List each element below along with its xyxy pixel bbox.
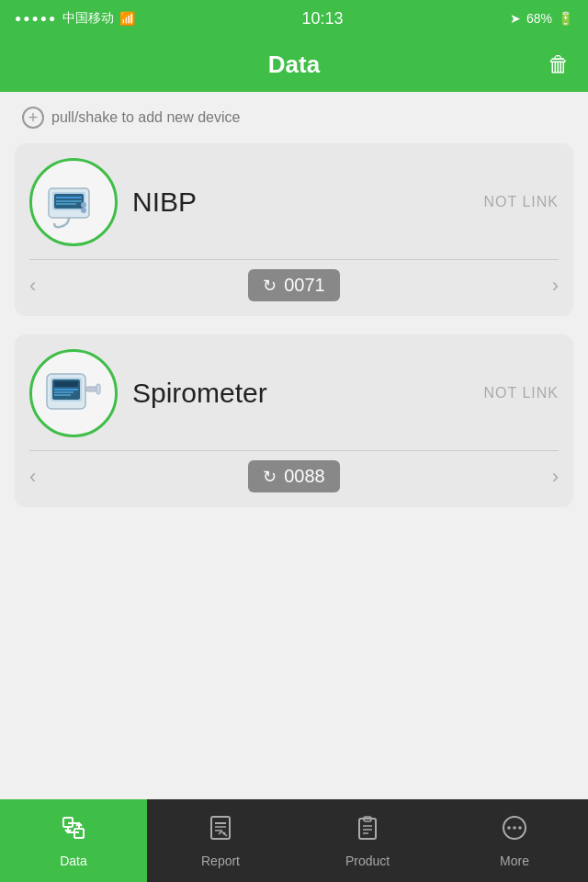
spirometer-device-svg	[41, 361, 106, 425]
device-id-nibp: 0071	[284, 275, 325, 296]
next-arrow-spirometer[interactable]: ›	[552, 465, 559, 489]
device-status-spirometer: NOT LINK	[484, 385, 560, 401]
status-bar: ●●●●● 中国移动 📶 10:13 ➤ 68% 🔋	[0, 0, 588, 37]
device-bottom-nibp: ‹ ↻ 0071 ›	[29, 260, 559, 301]
add-device-label: pull/shake to add new device	[51, 109, 240, 126]
nav-item-more[interactable]: More	[441, 799, 588, 882]
device-id-badge-nibp: ↻ 0071	[248, 269, 340, 301]
battery-label: 68%	[526, 11, 552, 26]
status-right: ➤ 68% 🔋	[510, 11, 573, 26]
nav-item-data[interactable]: Data	[0, 799, 147, 882]
device-id-spirometer: 0088	[284, 466, 325, 487]
nav-label-report: Report	[201, 854, 240, 868]
nav-label-more: More	[500, 854, 529, 868]
svg-point-6	[81, 208, 86, 213]
page-title: Data	[268, 51, 320, 79]
refresh-icon-spirometer: ↻	[263, 467, 277, 487]
location-icon: ➤	[510, 11, 521, 26]
device-bottom-spirometer: ‹ ↻ 0088 ›	[29, 451, 559, 492]
svg-rect-11	[54, 381, 78, 387]
nav-item-report[interactable]: Report	[147, 799, 294, 882]
status-time: 10:13	[302, 9, 344, 28]
nav-item-product[interactable]: Product	[294, 799, 441, 882]
prev-arrow-nibp[interactable]: ‹	[29, 274, 36, 298]
svg-point-36	[518, 826, 522, 830]
report-nav-icon	[207, 814, 234, 848]
status-left: ●●●●● 中国移动 📶	[15, 10, 135, 27]
more-nav-icon	[501, 814, 528, 848]
header: Data 🗑	[0, 37, 588, 92]
next-arrow-nibp[interactable]: ›	[552, 274, 559, 298]
wifi-icon: 📶	[119, 11, 135, 26]
bottom-nav: Data Report Produ	[0, 799, 588, 882]
svg-rect-16	[96, 384, 100, 394]
signal-dots: ●●●●●	[15, 12, 57, 25]
device-top-nibp: NIBP NOT LINK	[29, 158, 559, 260]
svg-point-34	[507, 826, 511, 830]
svg-point-35	[513, 826, 516, 830]
add-device-hint[interactable]: + pull/shake to add new device	[0, 107, 588, 143]
product-nav-icon	[354, 814, 381, 848]
device-card-nibp: NIBP NOT LINK ‹ ↻ 0071 ›	[15, 143, 573, 316]
prev-arrow-spirometer[interactable]: ‹	[29, 465, 36, 489]
svg-point-7	[81, 202, 86, 208]
refresh-icon-nibp: ↻	[263, 276, 277, 296]
carrier-label: 中国移动	[62, 10, 114, 27]
nibp-device-svg	[41, 170, 106, 234]
nav-label-data: Data	[60, 854, 87, 868]
device-card-spirometer: Spirometer NOT LINK ‹ ↻ 0088 ›	[15, 334, 573, 507]
device-avatar-spirometer	[29, 349, 118, 437]
device-top-spirometer: Spirometer NOT LINK	[29, 349, 559, 451]
svg-point-27	[223, 831, 226, 834]
device-name-spirometer: Spirometer	[132, 378, 469, 409]
device-id-badge-spirometer: ↻ 0088	[248, 460, 340, 492]
device-avatar-nibp	[29, 158, 118, 246]
main-content: + pull/shake to add new device	[0, 92, 588, 799]
battery-icon: 🔋	[558, 11, 573, 26]
trash-button[interactable]: 🗑	[548, 51, 570, 77]
nav-label-product: Product	[345, 854, 390, 868]
add-circle-icon: +	[22, 107, 44, 129]
device-status-nibp: NOT LINK	[484, 194, 560, 210]
data-nav-icon	[60, 814, 87, 848]
device-name-nibp: NIBP	[132, 187, 469, 218]
